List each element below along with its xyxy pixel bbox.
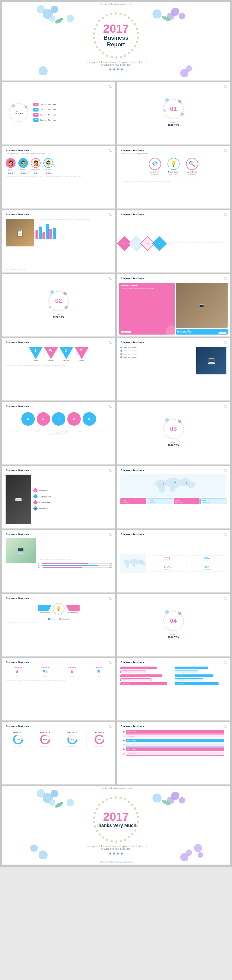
refresh-icon-13[interactable]	[109, 469, 112, 472]
svg-text:80%: 80%	[43, 739, 47, 741]
slides-container: Copyright © http://www.pptstore.net	[0, 0, 232, 867]
section-01-text: Text Here	[168, 123, 179, 126]
svg-point-15	[25, 106, 27, 108]
svg-point-37	[130, 559, 139, 565]
refresh-icon-6[interactable]	[224, 213, 227, 216]
contents-item-2: Business Text Here	[40, 109, 56, 111]
svg-point-66	[152, 794, 162, 803]
refresh-icon-11[interactable]	[109, 404, 112, 408]
row-products-timeline: Business Text Here PRODUCT 1 70% Lorem i…	[2, 722, 230, 784]
split-feature-slide: Business Text Here Lorem ipsum Dolor Lor…	[117, 274, 230, 337]
row-photo-stats: Business Text Here 🖥️ Lorem ipsum dolor …	[2, 530, 230, 593]
svg-point-68	[161, 799, 171, 807]
row-contact-map: Business Text Here ⌨️ ✉ Mail Address @ C…	[2, 466, 230, 528]
photo-left-slide: Business Text Here 🖥️ Lorem ipsum dolor …	[2, 530, 115, 593]
refresh-icon-15[interactable]	[109, 533, 112, 536]
svg-point-42	[135, 562, 136, 562]
arrows-header: Business Text Here	[2, 594, 115, 601]
svg-point-71	[186, 850, 192, 856]
thankyou-year: 2017	[103, 811, 129, 822]
refresh-icon-14[interactable]	[224, 469, 227, 472]
chart-slide: Business Text Here 📋 Lorem ipsum dolor s…	[2, 210, 115, 273]
world-map-slide: Business Text Here	[117, 466, 230, 528]
circles-header: Business Text Here	[2, 402, 115, 409]
svg-point-23	[64, 305, 68, 309]
svg-point-32	[163, 483, 164, 485]
svg-point-65	[67, 799, 74, 806]
svg-point-10	[161, 14, 171, 22]
contact-mail: Mail Address	[39, 490, 48, 491]
copyright-footer: Copyright © http://www.pptstore.net	[2, 861, 230, 863]
refresh-icon-21[interactable]	[109, 724, 112, 728]
icons-subtext: Lorem ipsum dolor samet placeholder	[117, 153, 230, 154]
section-04-text: Text Here	[168, 635, 179, 638]
refresh-icon-16[interactable]	[224, 533, 227, 536]
swot-header: Business Text Here	[2, 338, 115, 345]
refresh-icon-22[interactable]	[224, 724, 227, 728]
svg-point-58	[43, 793, 53, 803]
vertical-timeline-slide: Business Text Here Lorem design Lorem de…	[117, 722, 230, 784]
list-right-slide: Business Text Here Lorem Design Lorem De…	[117, 658, 230, 721]
contact-phone: Phone Number	[39, 502, 50, 503]
svg-point-19	[181, 113, 184, 116]
thankyou-subtitle: Lorem ipsum dolor samet suame this place…	[83, 845, 149, 850]
refresh-icon-18[interactable]	[224, 597, 227, 600]
photo-header: Business Text Here	[2, 530, 115, 537]
section-02-text: Text Here	[53, 315, 64, 318]
refresh-icon-7[interactable]	[109, 277, 112, 280]
refresh-icon-8[interactable]	[224, 277, 227, 280]
refresh-icon-5[interactable]	[109, 213, 112, 216]
refresh-icon[interactable]	[109, 84, 112, 88]
copyright-bottom: Copyright © http://www.pptstore.net	[2, 787, 230, 789]
stats-right-slide: Business Text Here	[117, 530, 230, 593]
svg-point-12	[180, 69, 189, 77]
svg-point-69	[38, 850, 48, 859]
svg-point-14	[11, 104, 15, 108]
svg-point-43	[141, 562, 142, 562]
svg-point-11	[38, 66, 48, 75]
products-slide: Business Text Here PRODUCT 1 70% Lorem i…	[2, 722, 115, 784]
svg-point-29	[170, 485, 175, 492]
refresh-icon-2[interactable]	[224, 84, 227, 88]
refresh-icon-17[interactable]	[109, 597, 112, 600]
svg-point-20	[50, 290, 54, 294]
vtimeline-header: Business Text Here	[117, 722, 230, 729]
svg-point-5	[179, 13, 185, 19]
shapes-slide: Business Text Here 01 02 03 04	[117, 210, 230, 273]
svg-point-44	[165, 610, 169, 614]
refresh-icon-9[interactable]	[109, 340, 112, 344]
svg-point-74	[198, 852, 203, 858]
contact-fax: Fax Number	[39, 508, 48, 509]
svg-point-8	[152, 10, 162, 19]
refresh-icon-10[interactable]	[224, 340, 227, 344]
row-chart-shapes: Business Text Here 📋 Lorem ipsum dolor s…	[2, 210, 230, 273]
svg-point-21	[63, 292, 67, 295]
svg-point-60	[37, 789, 45, 797]
svg-point-38	[133, 564, 136, 567]
team-subtext: Lorem ipsum dolor samet suame placeholde…	[2, 153, 115, 154]
svg-point-25	[178, 420, 181, 423]
refresh-icon-3[interactable]	[109, 149, 112, 152]
svg-text:70%: 70%	[16, 739, 20, 741]
svg-point-64	[167, 797, 174, 804]
shapes-header: Business Text Here	[117, 210, 230, 217]
team-slide: Business Text Here Lorem ipsum dolor sam…	[2, 146, 115, 208]
svg-point-18	[163, 109, 166, 112]
refresh-icon-19[interactable]	[109, 660, 112, 664]
svg-point-67	[54, 801, 64, 809]
svg-point-34	[186, 482, 187, 484]
svg-point-73	[194, 844, 202, 852]
refresh-icon-4[interactable]	[224, 149, 227, 152]
split-header: Business Text Here	[117, 274, 230, 281]
svg-point-33	[174, 482, 176, 483]
svg-point-13	[186, 65, 192, 72]
section-04-slide: 04 Business Text Here	[117, 594, 230, 657]
icons-header: Business Text Here	[117, 146, 230, 153]
svg-point-40	[141, 562, 146, 565]
refresh-icon-20[interactable]	[224, 660, 227, 664]
title-slide: Copyright © http://www.pptstore.net	[2, 2, 230, 81]
row-ratings-list: Business Text Here ★★★★★ A+ Lorem ★★★★★ …	[2, 658, 230, 721]
refresh-icon-12[interactable]	[224, 404, 227, 408]
svg-point-17	[178, 100, 181, 103]
svg-point-1	[51, 6, 58, 13]
